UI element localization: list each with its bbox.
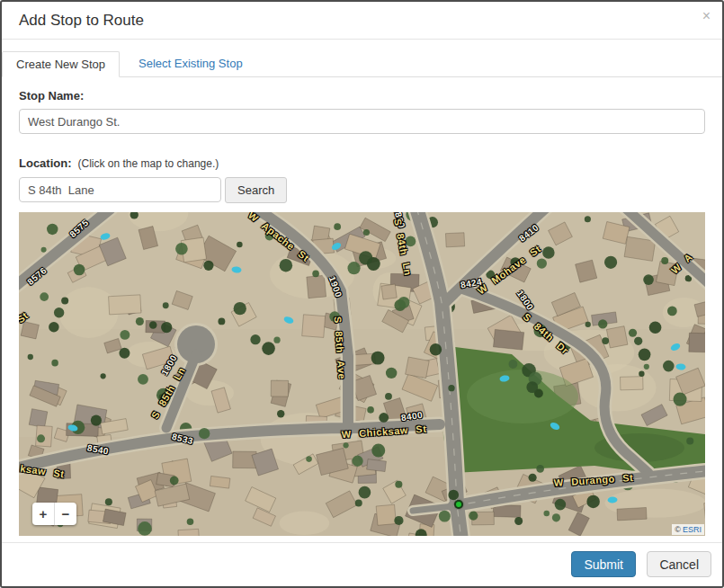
satellite-map[interactable]: 85758576StW Apache St1900S 85th Ave1800S…	[19, 212, 705, 536]
location-search-row: Search	[19, 177, 705, 203]
location-label: Location:	[19, 156, 72, 170]
cancel-button[interactable]: Cancel	[647, 551, 711, 577]
stop-name-input[interactable]	[19, 109, 705, 134]
map-attribution: ©ESRI	[672, 524, 704, 535]
close-icon[interactable]: ×	[702, 9, 711, 23]
add-stop-dialog: Add Stop to Route × Create New Stop Sele…	[0, 0, 724, 588]
dialog-header: Add Stop to Route ×	[2, 2, 722, 40]
tab-bar: Create New Stop Select Existing Stop	[2, 51, 722, 77]
location-search-input[interactable]	[19, 177, 221, 202]
submit-button[interactable]: Submit	[571, 551, 636, 577]
esri-attribution-text: ESRI	[683, 525, 702, 534]
tab-select-existing-stop[interactable]: Select Existing Stop	[125, 51, 256, 76]
search-button[interactable]: Search	[225, 177, 287, 203]
copyright-symbol: ©	[675, 525, 681, 534]
zoom-in-button[interactable]: +	[32, 503, 55, 525]
stop-name-label: Stop Name:	[19, 89, 705, 102]
dialog-body: Stop Name: Location:(Click on the map to…	[2, 77, 722, 536]
dialog-footer: Submit Cancel	[2, 542, 722, 586]
map-marker-dot	[454, 500, 463, 509]
location-hint: (Click on the map to change.)	[78, 157, 219, 170]
map-zoom-control: + −	[32, 503, 76, 525]
zoom-out-button[interactable]: −	[55, 503, 76, 525]
location-label-row: Location:(Click on the map to change.)	[19, 155, 705, 171]
tab-create-new-stop[interactable]: Create New Stop	[2, 51, 120, 77]
satellite-imagery	[19, 212, 705, 536]
dialog-title: Add Stop to Route	[19, 12, 144, 30]
